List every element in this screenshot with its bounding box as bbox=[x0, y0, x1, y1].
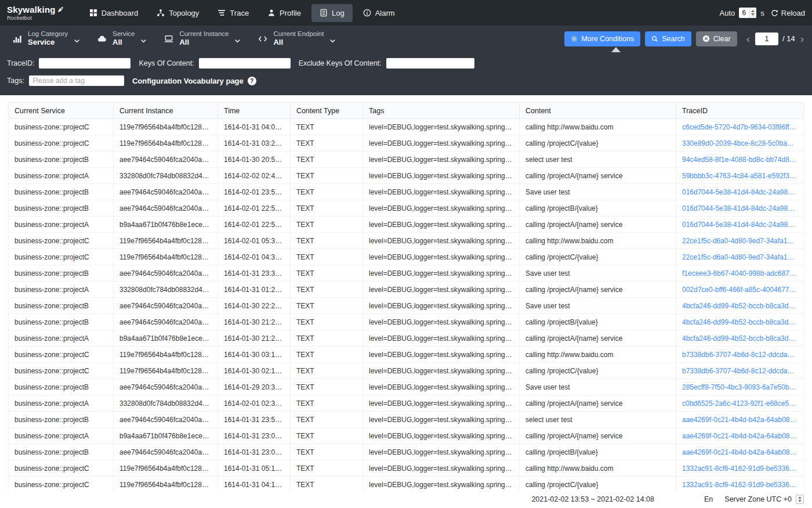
table-row[interactable]: business-zone::projectC119e7f96564b4a4fb… bbox=[9, 347, 804, 363]
cell-traceid[interactable]: 94c4ed58-8f1e-4088-bd8c-bb74d8eca703 bbox=[676, 152, 804, 168]
nav-item-dashboard[interactable]: Dashboard bbox=[81, 4, 147, 22]
nav-item-alarm[interactable]: Alarm bbox=[355, 4, 403, 22]
clear-button[interactable]: Clear bbox=[696, 31, 737, 46]
cell-traceid[interactable]: 59bbbb3c-4763-4c84-a581-e592f39865bd bbox=[676, 168, 804, 184]
table-row[interactable]: business-zone::projectBaee79464c59046fca… bbox=[9, 298, 804, 314]
search-icon bbox=[651, 35, 658, 42]
app-root: Skywalking Rocketbot DashboardTopologyTr… bbox=[0, 0, 812, 508]
cell-traceid[interactable]: 4bcfa246-dd99-4b52-bccb-b8ca3dc5fc94 bbox=[676, 298, 804, 314]
keys-of-content-input[interactable] bbox=[199, 58, 291, 69]
nav-item-log[interactable]: Log bbox=[311, 4, 353, 22]
cell-traceid[interactable]: 1332ac91-8cf6-4162-91d9-be53361168a9 bbox=[676, 460, 804, 477]
cell-content: calling /projectC/{value} bbox=[520, 363, 676, 379]
server-zone-stepper[interactable] bbox=[796, 495, 804, 504]
cell-content-type: TEXT bbox=[291, 152, 363, 168]
cell-traceid[interactable]: aae4269f-0c21-4b4d-b42a-64ab08808ac8 bbox=[676, 444, 804, 460]
nav-item-profile[interactable]: Profile bbox=[259, 4, 309, 22]
filter-service[interactable]: ServiceAll bbox=[92, 26, 158, 52]
table-row[interactable]: business-zone::projectC119e7f96564b4a4fb… bbox=[9, 119, 804, 135]
cell-traceid[interactable]: 4bcfa246-dd99-4b52-bccb-b8ca3dc5fc94 bbox=[676, 330, 804, 347]
more-conditions-button[interactable]: More Conditions bbox=[564, 31, 640, 46]
cell-traceid[interactable]: b7338db6-3707-4b6d-8c12-ddcdabbdb45a bbox=[676, 347, 804, 363]
cell-content: Save user test bbox=[520, 184, 676, 200]
cell-traceid[interactable]: 016d7044-5e38-41d4-84dc-24a98624a30e bbox=[676, 184, 804, 200]
nav-item-topology[interactable]: Topology bbox=[148, 4, 207, 22]
cell-traceid[interactable]: 4bcfa246-dd99-4b52-bccb-b8ca3dc5fc94 bbox=[676, 314, 804, 330]
table-row[interactable]: business-zone::projectA332808d0fc784db08… bbox=[9, 168, 804, 184]
cell-traceid[interactable]: f1eceee3-6b67-4040-998b-adc6871261c1 bbox=[676, 265, 804, 282]
table-row[interactable]: business-zone::projectC119e7f96564b4a4fb… bbox=[9, 233, 804, 249]
table-row[interactable]: business-zone::projectAb9a4aa671b0f476b8… bbox=[9, 428, 804, 444]
table-row[interactable]: business-zone::projectC119e7f96564b4a4fb… bbox=[9, 135, 804, 152]
table-row[interactable]: business-zone::projectBaee79464c59046fca… bbox=[9, 152, 804, 168]
cell-traceid[interactable]: aae4269f-0c21-4b4d-b42a-64ab08808ac8 bbox=[676, 412, 804, 428]
cell-traceid[interactable]: 016d7044-5e38-41d4-84dc-24a98624a30e bbox=[676, 200, 804, 217]
prev-page-button[interactable]: ‹ bbox=[745, 33, 751, 44]
search-button[interactable]: Search bbox=[645, 31, 691, 46]
cell-content: calling /projectA/{name} service bbox=[520, 217, 676, 233]
tags-input[interactable] bbox=[29, 75, 124, 86]
cell-tags: level=DEBUG,logger=test.skywalking.sprin… bbox=[363, 282, 520, 298]
filter-label: Current Instance bbox=[179, 30, 229, 38]
table-row[interactable]: business-zone::projectC119e7f96564b4a4fb… bbox=[9, 363, 804, 379]
cell-traceid[interactable]: aae4269f-0c21-4b4d-b42a-64ab08808ac8 bbox=[676, 428, 804, 444]
cell-traceid[interactable]: 1332ac91-8cf6-4162-91d9-be53361168a9 bbox=[676, 477, 804, 491]
current-page-input[interactable]: 1 bbox=[755, 33, 778, 45]
nav-item-label: Log bbox=[332, 9, 345, 17]
table-row[interactable]: business-zone::projectBaee79464c59046fca… bbox=[9, 379, 804, 395]
filter-current-endpoint[interactable]: Current EndpointAll bbox=[252, 26, 347, 52]
nav-item-trace[interactable]: Trace bbox=[209, 4, 257, 22]
table-row[interactable]: business-zone::projectAb9a4aa671b0f476b8… bbox=[9, 217, 804, 233]
reload-label: Reload bbox=[781, 9, 805, 17]
cell-content-type: TEXT bbox=[291, 298, 363, 314]
cell-traceid[interactable]: c0bd6525-2a6c-4123-92f1-e68ce57f767d bbox=[676, 395, 804, 412]
cell-traceid[interactable]: b7338db6-3707-4b6d-8c12-ddcdabbdb45a bbox=[676, 363, 804, 379]
vocabulary-page-link[interactable]: Configuration Vocabulary page bbox=[132, 77, 244, 85]
cell-content-type: TEXT bbox=[291, 428, 363, 444]
cell-traceid[interactable]: 22ce1f5c-d6a0-4d80-9ed7-34afa1be2490 bbox=[676, 233, 804, 249]
next-page-button[interactable]: › bbox=[799, 33, 805, 44]
table-row[interactable]: business-zone::projectBaee79464c59046fca… bbox=[9, 200, 804, 217]
table-row[interactable]: business-zone::projectBaee79464c59046fca… bbox=[9, 314, 804, 330]
table-row[interactable]: business-zone::projectC119e7f96564b4a4fb… bbox=[9, 460, 804, 477]
reload-button[interactable]: Reload bbox=[771, 9, 805, 17]
table-row[interactable]: business-zone::projectA332808d0fc784db08… bbox=[9, 395, 804, 412]
table-row[interactable]: business-zone::projectAb9a4aa671b0f476b8… bbox=[9, 330, 804, 347]
cell-current-service: business-zone::projectB bbox=[9, 265, 114, 282]
traceid-input[interactable] bbox=[39, 58, 130, 69]
time-range-picker[interactable]: 2021-02-02 13:53 ~ 2021-02-02 14:08 bbox=[531, 495, 654, 503]
table-row[interactable]: business-zone::projectBaee79464c59046fca… bbox=[9, 184, 804, 200]
table-row[interactable]: business-zone::projectBaee79464c59046fca… bbox=[9, 412, 804, 428]
help-icon[interactable]: ? bbox=[248, 77, 256, 85]
cell-traceid[interactable]: 285ecff8-7f50-4bc3-9093-6a7e50b6a9a3 bbox=[676, 379, 804, 395]
cell-current-service: business-zone::projectB bbox=[9, 200, 114, 217]
cell-tags: level=DEBUG,logger=test.skywalking.sprin… bbox=[363, 444, 520, 460]
filter-toolbar: Log CategoryServiceServiceAllCurrent Ins… bbox=[0, 26, 812, 52]
log-table-header-row: Current ServiceCurrent InstanceTimeConte… bbox=[9, 103, 804, 119]
cell-content-type: TEXT bbox=[291, 460, 363, 477]
cell-current-instance: 119e7f96564b4a4fbf0c128a7b0... bbox=[114, 477, 218, 491]
cell-traceid[interactable]: 002d7ce0-bff6-466f-a85c-4004677d8fbf bbox=[676, 282, 804, 298]
exclude-keys-input[interactable] bbox=[386, 58, 474, 69]
cell-current-service: business-zone::projectC bbox=[9, 460, 114, 477]
cell-traceid[interactable]: 22ce1f5c-d6a0-4d80-9ed7-34afa1be2490 bbox=[676, 249, 804, 265]
table-row[interactable]: business-zone::projectBaee79464c59046fca… bbox=[9, 444, 804, 460]
table-row[interactable]: business-zone::projectC119e7f96564b4a4fb… bbox=[9, 477, 804, 491]
cell-time: 1614-01-31 04:03:04 bbox=[218, 119, 291, 135]
cell-current-service: business-zone::projectA bbox=[9, 428, 114, 444]
stepper-arrows-icon[interactable] bbox=[749, 8, 756, 18]
cell-traceid[interactable]: 330e89d0-2039-4bce-8c28-5c0ba6bc8ce7 bbox=[676, 135, 804, 152]
conditions-row-2: Tags: Configuration Vocabulary page ? bbox=[0, 72, 812, 89]
table-row[interactable]: business-zone::projectC119e7f96564b4a4fb… bbox=[9, 249, 804, 265]
table-row[interactable]: business-zone::projectBaee79464c59046fca… bbox=[9, 265, 804, 282]
endpoint-icon bbox=[258, 34, 267, 44]
language-switch[interactable]: En bbox=[704, 495, 713, 503]
app-logo[interactable]: Skywalking Rocketbot bbox=[7, 5, 64, 21]
chevron-down-icon bbox=[234, 38, 241, 44]
cell-traceid[interactable]: c6ced5de-5720-4d7b-9634-03f86ff55d30 bbox=[676, 119, 804, 135]
filter-current-instance[interactable]: Current InstanceAll bbox=[158, 26, 252, 52]
auto-interval-stepper[interactable]: 6 bbox=[739, 8, 756, 18]
cell-traceid[interactable]: 016d7044-5e38-41d4-84dc-24a98624a30e bbox=[676, 217, 804, 233]
table-row[interactable]: business-zone::projectA332808d0fc784db08… bbox=[9, 282, 804, 298]
filter-log-category[interactable]: Log CategoryService bbox=[7, 26, 92, 52]
